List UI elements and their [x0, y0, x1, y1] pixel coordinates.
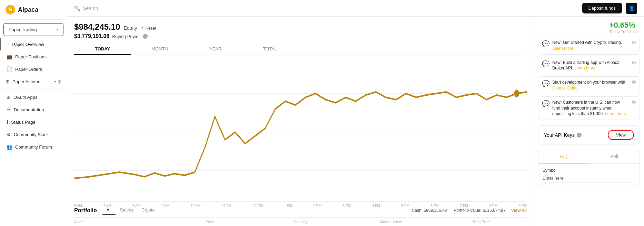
sidebar-item-label: Paper Positions [15, 54, 47, 59]
chevron-down-icon: ▾ [56, 27, 58, 32]
buy-sell-body: Symbol [538, 164, 640, 187]
x-label: 3 PM [343, 204, 351, 208]
sidebar-item-label: Paper Orders [15, 67, 42, 72]
header: 🔍 Search Deposit funds 👤 [67, 0, 644, 17]
notification-crypto: 💬 New! Get Started with Crypto Trading. … [538, 37, 640, 55]
sidebar-item-paper-account[interactable]: ⊞ Paper Account ▾ ⊞ [0, 75, 67, 88]
equity-amount: $984,245.10 [74, 22, 120, 32]
x-label: 9 PM [519, 204, 527, 208]
briefcase-icon: 💼 [7, 54, 12, 59]
x-label: 6 AM [74, 204, 82, 208]
profit-loss-header: +0.65% Today Profit/Loss [534, 17, 644, 34]
document-icon: 📄 [7, 66, 12, 72]
sidebar-item-community-forum[interactable]: 👥 Community Forum [0, 141, 67, 153]
chart-area: $984,245.10 Equity ↺ Reset $3,779,191.08… [67, 17, 534, 226]
account-icon: ⊞ [58, 79, 61, 84]
grid-icon: ⊞ [6, 79, 10, 84]
deposit-button[interactable]: Deposit funds [582, 3, 622, 13]
tab-buy[interactable]: Buy [538, 150, 589, 163]
x-label: 8 PM [489, 204, 497, 208]
view-api-keys-button[interactable]: View [608, 130, 634, 140]
close-icon[interactable]: ⊗ [632, 79, 636, 85]
col-quantity: Quantity [255, 220, 346, 224]
close-icon[interactable]: ⊗ [632, 40, 636, 45]
notif-link[interactable]: Learn more. [605, 111, 627, 116]
reset-label: Reset [145, 26, 156, 31]
sidebar-item-paper-orders[interactable]: 📄 Paper Orders [0, 63, 67, 75]
col-total-profit: Total Profit [436, 220, 527, 224]
tab-year[interactable]: YEAR [189, 44, 242, 55]
sidebar-item-paper-positions[interactable]: 💼 Paper Positions [0, 50, 67, 63]
header-actions: Deposit funds 👤 [582, 3, 637, 14]
x-label: 7 AM [103, 204, 111, 208]
status-icon: ℹ [7, 119, 8, 125]
symbol-input[interactable] [543, 174, 635, 182]
sidebar-item-label: OAuth Apps [13, 95, 37, 100]
home-icon: ⌂ [7, 41, 9, 47]
sidebar-item-community-slack[interactable]: ⚙ Community Slack [0, 128, 67, 141]
sidebar-item-status-page[interactable]: ℹ Status Page [0, 116, 67, 128]
notif-link[interactable]: Google Colab. [552, 86, 579, 91]
buying-power-row: $3,779,191.08 Buying Power i [74, 33, 527, 39]
symbol-label: Symbol [543, 168, 635, 173]
chat-icon: 💬 [542, 80, 549, 87]
sidebar-item-label: Community Forum [15, 144, 52, 150]
api-keys-section: Your API Keys i View [538, 125, 640, 144]
equity-row: $984,245.10 Equity ↺ Reset [74, 22, 527, 32]
alpaca-logo-icon: 🦙 [6, 5, 15, 15]
tab-month[interactable]: MONTH [131, 44, 189, 55]
profit-loss-value: +0.65% [610, 21, 638, 30]
notif-text: New! Build a trading app with Alpaca Bro… [552, 60, 629, 72]
x-label: 8 AM [132, 204, 140, 208]
notif-link[interactable]: Learn More. [552, 46, 575, 51]
buying-power-amount: $3,779,191.08 [74, 33, 109, 39]
chart-svg [74, 55, 527, 201]
account-selector-label: Paper Trading [9, 27, 37, 32]
tab-today[interactable]: TODAY [74, 44, 131, 55]
x-label: 2 PM [314, 204, 321, 208]
close-icon[interactable]: ⊗ [632, 100, 636, 105]
reset-icon: ↺ [140, 26, 144, 31]
profit-loss-label: Today Profit/Loss [610, 30, 638, 34]
notification-broker-api: 💬 New! Build a trading app with Alpaca B… [538, 57, 640, 75]
main-content: 🔍 Search Deposit funds 👤 $984,245.10 Equ… [67, 0, 644, 226]
app-logo: 🦙 Alpaca [0, 0, 67, 20]
svg-point-3 [514, 90, 519, 97]
x-label: 5 PM [402, 204, 409, 208]
sidebar-divider [0, 89, 67, 90]
search-bar[interactable]: 🔍 Search [74, 6, 98, 11]
x-label: 1 PM [284, 204, 292, 208]
user-icon-button[interactable]: 👤 [626, 3, 637, 14]
close-icon[interactable]: ⊗ [632, 60, 636, 65]
search-placeholder: Search [83, 6, 98, 11]
price-chart: 6 AM 7 AM 8 AM 9 AM 10 AM 11 AM 12 PM 1 … [74, 55, 527, 201]
notif-text: Start development on your browser with G… [552, 79, 629, 91]
reset-button[interactable]: ↺ Reset [140, 26, 156, 31]
buy-sell-tabs: Buy Sell [538, 150, 640, 164]
tab-total[interactable]: TOTAL [242, 44, 298, 55]
sidebar-item-label: Community Slack [14, 132, 49, 137]
apps-icon: ⊞ [7, 94, 11, 100]
chat-icon: 💬 [542, 60, 549, 68]
sidebar-item-label: Status Page [11, 120, 36, 125]
x-label: 6 PM [431, 204, 439, 208]
api-keys-label: Your API Keys i [544, 132, 582, 138]
col-asset: Asset [74, 220, 165, 224]
chevron-icon: ▾ [54, 79, 56, 84]
x-label: 10 AM [191, 204, 200, 208]
forum-icon: 👥 [7, 144, 12, 150]
x-label: 11 AM [222, 204, 231, 208]
notifications: 💬 New! Get Started with Crypto Trading. … [534, 34, 644, 123]
account-selector[interactable]: Paper Trading ▾ [3, 23, 63, 36]
chat-icon: 💬 [542, 100, 549, 107]
sidebar-item-oauth-apps[interactable]: ⊞ OAuth Apps [0, 91, 67, 103]
info-icon[interactable]: i [143, 34, 148, 39]
chart-x-labels: 6 AM 7 AM 8 AM 9 AM 10 AM 11 AM 12 PM 1 … [74, 203, 527, 209]
sidebar-item-label: Paper Account [12, 79, 42, 84]
notif-link[interactable]: Learn More. [574, 66, 597, 70]
content-area: $984,245.10 Equity ↺ Reset $3,779,191.08… [67, 17, 644, 226]
info-icon[interactable]: i [577, 133, 582, 138]
tab-sell[interactable]: Sell [589, 150, 640, 163]
sidebar-item-documentation[interactable]: ☰ Documentation [0, 103, 67, 116]
sidebar-item-paper-overview[interactable]: ⌂ Paper Overview [0, 38, 67, 50]
